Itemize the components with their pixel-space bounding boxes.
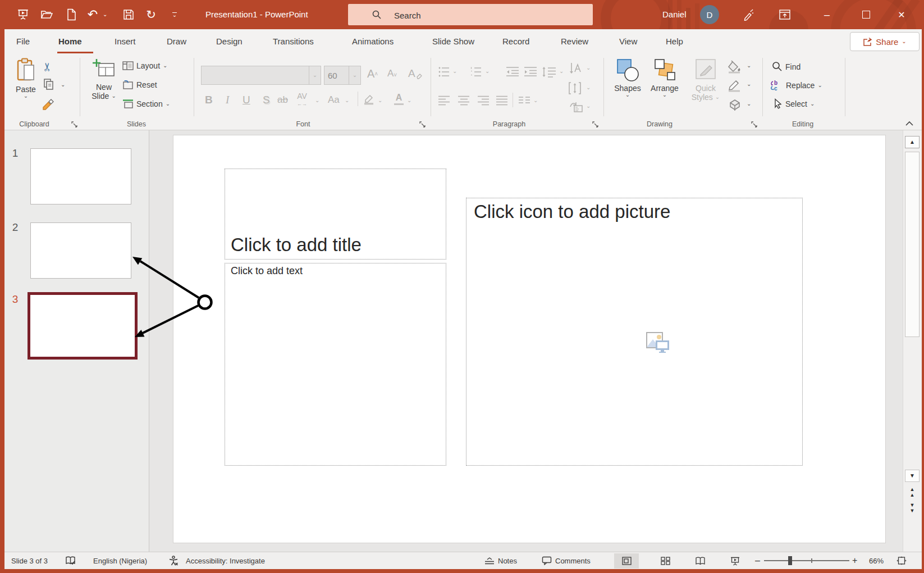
reading-view-button[interactable] — [688, 553, 712, 569]
tab-draw[interactable]: Draw — [167, 29, 186, 53]
text-shadow-button[interactable]: S — [263, 94, 270, 106]
shape-outline-dropdown-icon[interactable]: ⌄ — [747, 82, 751, 87]
replace-button[interactable]: b c Replace ⌄ — [770, 80, 822, 91]
zoom-level[interactable]: 66% — [869, 552, 884, 569]
font-size-input[interactable] — [327, 67, 349, 83]
align-right-icon[interactable] — [477, 95, 490, 106]
reset-button[interactable]: Reset — [122, 80, 157, 89]
font-color-button[interactable]: A — [394, 93, 404, 105]
increase-indent-icon[interactable] — [524, 66, 537, 78]
tab-view[interactable]: View — [619, 29, 637, 53]
numbering-icon[interactable] — [470, 66, 482, 78]
font-name-dropdown-icon[interactable]: ⌄ — [309, 66, 321, 84]
undo-dropdown-icon[interactable]: ⌄ — [103, 11, 107, 17]
slide-canvas[interactable]: Click to add title Click to add text Cli… — [173, 135, 886, 543]
customize-qat-icon[interactable]: ⌄ — [166, 6, 183, 23]
tab-review[interactable]: Review — [561, 29, 588, 53]
highlight-color-dropdown-icon[interactable]: ⌄ — [378, 98, 382, 103]
undo-icon[interactable]: ↶ — [84, 6, 101, 23]
spell-check-icon[interactable] — [65, 552, 76, 569]
shapes-button[interactable]: Shapes ⌄ — [612, 58, 643, 97]
font-color-dropdown-icon[interactable]: ⌄ — [407, 98, 411, 103]
zoom-slider-thumb[interactable] — [788, 556, 792, 565]
highlight-color-icon[interactable] — [363, 93, 374, 105]
tab-help[interactable]: Help — [666, 29, 683, 53]
font-dialog-launcher-icon[interactable] — [419, 121, 426, 128]
accessibility-icon[interactable] — [168, 552, 179, 569]
decrease-font-size-button[interactable]: A˅ — [387, 68, 397, 79]
scroll-down-button[interactable]: ▼ — [905, 470, 920, 482]
slide-thumbnail-1[interactable] — [30, 148, 131, 204]
title-placeholder[interactable]: Click to add title — [225, 169, 446, 260]
search-input[interactable] — [393, 4, 586, 26]
paste-button[interactable]: Paste ⌄ — [11, 58, 40, 98]
tab-design[interactable]: Design — [216, 29, 243, 53]
close-button[interactable]: ✕ — [892, 5, 911, 24]
normal-view-button[interactable] — [614, 553, 639, 569]
picture-placeholder[interactable]: Click icon to add picture — [466, 198, 803, 466]
text-direction-icon[interactable] — [568, 62, 582, 75]
decrease-indent-icon[interactable] — [506, 66, 519, 78]
columns-dropdown-icon[interactable]: ⌄ — [533, 98, 538, 103]
collapse-ribbon-icon[interactable] — [905, 121, 914, 126]
previous-slide-button[interactable]: ▲ ▲ — [905, 485, 920, 499]
vertical-scrollbar[interactable]: ▲ ▼ ▲ ▲ ▼ ▼ — [903, 130, 922, 552]
whats-new-pen-icon[interactable] — [739, 5, 758, 24]
character-spacing-dropdown-icon[interactable]: ⌄ — [315, 98, 319, 103]
paragraph-dialog-launcher-icon[interactable] — [592, 121, 599, 128]
italic-button[interactable]: I — [226, 94, 229, 106]
slide-indicator[interactable]: Slide 3 of 3 — [11, 552, 48, 569]
share-button[interactable]: Share ⌄ — [850, 32, 920, 51]
maximize-button[interactable] — [857, 5, 876, 24]
ribbon-display-options-icon[interactable] — [775, 5, 794, 24]
save-icon[interactable] — [120, 6, 137, 23]
justify-icon[interactable] — [496, 95, 508, 106]
comments-button[interactable]: Comments — [542, 552, 591, 569]
slideshow-start-icon[interactable] — [15, 6, 31, 23]
body-text-placeholder[interactable]: Click to add text — [225, 263, 446, 466]
next-slide-button[interactable]: ▼ ▼ — [905, 501, 920, 515]
bullets-dropdown-icon[interactable]: ⌄ — [452, 69, 457, 74]
layout-button[interactable]: Layout ⌄ — [122, 61, 167, 70]
character-spacing-button[interactable]: AV←→ — [297, 93, 307, 107]
section-button[interactable]: Section ⌄ — [122, 99, 170, 108]
bold-button[interactable]: B — [205, 94, 213, 106]
slide-sorter-view-button[interactable] — [653, 553, 678, 569]
tab-animations[interactable]: Animations — [352, 29, 394, 53]
insert-picture-icon[interactable] — [646, 332, 673, 354]
align-center-icon[interactable] — [458, 95, 470, 106]
select-button[interactable]: Select ⌄ — [773, 98, 815, 109]
minimize-button[interactable]: – — [817, 5, 836, 24]
notes-button[interactable]: Notes — [484, 552, 517, 569]
shape-effects-dropdown-icon[interactable]: ⌄ — [747, 102, 751, 106]
new-document-icon[interactable] — [63, 6, 80, 23]
format-painter-icon[interactable] — [42, 96, 56, 111]
zoom-slider-track[interactable] — [764, 560, 849, 561]
shape-fill-dropdown-icon[interactable]: ⌄ — [747, 63, 751, 68]
search-box[interactable] — [348, 4, 593, 25]
drawing-dialog-launcher-icon[interactable] — [751, 121, 758, 128]
font-size-dropdown-icon[interactable]: ⌄ — [349, 66, 360, 84]
bullets-icon[interactable] — [438, 66, 450, 78]
slide-thumbnail-3-selected[interactable] — [28, 292, 138, 360]
align-text-icon[interactable] — [568, 81, 582, 95]
convert-smartart-dropdown-icon[interactable]: ⌄ — [586, 104, 591, 108]
slide-thumbnail-2[interactable] — [30, 222, 131, 279]
fit-slide-to-window-button[interactable] — [896, 552, 907, 569]
font-name-input[interactable] — [204, 67, 309, 83]
avatar[interactable]: D — [700, 5, 719, 24]
copy-icon[interactable] — [43, 78, 55, 90]
font-name-combobox[interactable]: ⌄ — [201, 66, 321, 85]
find-button[interactable]: Find — [772, 61, 801, 72]
accessibility-status[interactable]: Accessibility: Investigate — [186, 552, 265, 569]
underline-button[interactable]: U — [243, 94, 250, 106]
tab-home[interactable]: Home — [58, 29, 82, 53]
columns-icon[interactable] — [518, 95, 530, 106]
zoom-in-button[interactable]: + — [852, 552, 857, 569]
strikethrough-button[interactable]: ab — [277, 94, 288, 106]
redo-icon[interactable]: ↻ — [143, 6, 159, 23]
align-left-icon[interactable] — [438, 95, 450, 106]
text-direction-dropdown-icon[interactable]: ⌄ — [586, 66, 591, 70]
copy-dropdown-icon[interactable]: ⌄ — [61, 83, 65, 87]
clipboard-dialog-launcher-icon[interactable] — [71, 121, 78, 128]
